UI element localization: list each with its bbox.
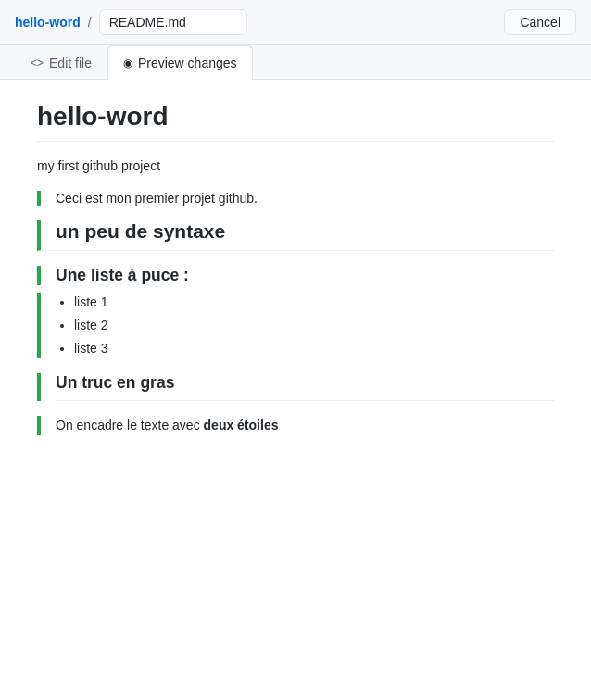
blockquote-1-text: Ceci est mon premier projet github.: [56, 191, 258, 206]
header-bar: hello-word / Cancel: [0, 0, 591, 45]
repo-link[interactable]: hello-word: [15, 15, 81, 30]
markdown-h2-section1: un peu de syntaxe: [37, 220, 554, 251]
list-item: liste 3: [74, 339, 554, 358]
para-bold-text: deux étoiles: [204, 418, 279, 432]
para-text-before: On encadre le texte avec: [56, 418, 204, 432]
markdown-subtitle: my first github project: [37, 156, 554, 176]
list-item: liste 2: [74, 316, 554, 335]
markdown-h1: hello-word: [37, 102, 554, 142]
filename-input[interactable]: [99, 9, 247, 35]
markdown-h4-section3: Un truc en gras: [56, 373, 554, 401]
content-area: hello-word my first github project Ceci …: [0, 80, 591, 635]
markdown-blockquote-1: Ceci est mon premier projet github.: [37, 191, 554, 206]
markdown-h3-section2: Une liste à puce :: [56, 266, 554, 285]
tabs-bar: <> Edit file ◉ Preview changes: [0, 45, 591, 80]
tab-edit-file[interactable]: <> Edit file: [15, 45, 107, 80]
tab-preview-changes-label: Preview changes: [138, 56, 237, 70]
markdown-para-blockquote: On encadre le texte avec deux étoiles: [37, 416, 554, 435]
code-icon: <>: [31, 56, 44, 69]
tab-preview-changes[interactable]: ◉ Preview changes: [107, 45, 253, 80]
list-item: liste 1: [74, 293, 554, 312]
markdown-h3-blockquote: Une liste à puce :: [37, 266, 554, 285]
markdown-list: liste 1 liste 2 liste 3: [56, 293, 554, 358]
eye-icon: ◉: [123, 56, 132, 69]
markdown-ul-blockquote: liste 1 liste 2 liste 3: [37, 293, 554, 358]
tab-edit-file-label: Edit file: [49, 56, 92, 70]
markdown-h4-blockquote: Un truc en gras: [37, 373, 554, 401]
breadcrumb-separator: /: [88, 15, 92, 30]
cancel-button[interactable]: Cancel: [504, 9, 576, 35]
